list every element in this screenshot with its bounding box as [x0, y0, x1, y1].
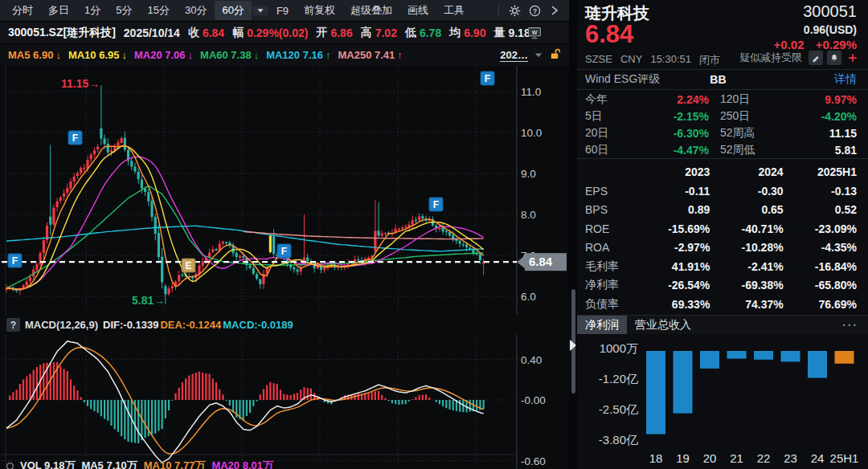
macd-dea-value: DEA:-0.1244: [160, 319, 221, 331]
esg-detail-link[interactable]: 详情: [834, 72, 857, 87]
toolbar-tab-多日[interactable]: 多日: [41, 1, 76, 20]
toolbar-tab-1分[interactable]: 1分: [77, 1, 108, 20]
macd-chart[interactable]: 0.40-0.00-0.60: [0, 335, 569, 469]
candle-body: [411, 220, 414, 224]
chevron-down-icon[interactable]: [534, 49, 543, 61]
candle-body: [158, 233, 160, 257]
metric-value: -0.11: [637, 185, 710, 198]
tab-营业总收入[interactable]: 营业总收入: [627, 316, 699, 334]
metric-value: -26.54%: [637, 279, 710, 292]
toolbar-tab-5分[interactable]: 5分: [108, 1, 139, 20]
net-profit-chart: 1000万-1.20亿-2.50亿-3.80亿1819202122232425H…: [577, 334, 868, 469]
ma-label: MA5 6.90: [8, 49, 53, 61]
candle-body: [222, 242, 224, 243]
tab-净利润[interactable]: 净利润: [577, 316, 627, 334]
volume-header-clipped: VOL 9.18万MA5 7.10万MA10 7.77万MA20 8.01万: [0, 457, 569, 469]
stock-terminal-window: 分时多日1分5分15分30分60分F9前复权超级叠加画线工具? 300051.S…: [0, 0, 868, 469]
ma-label: MA120 7.16: [266, 49, 323, 61]
performance-row: 5日-2.15%250日-4.20%: [585, 108, 857, 125]
field-label: 高: [361, 26, 372, 40]
event-badge-f[interactable]: F: [68, 131, 82, 145]
screenshot-icon[interactable]: w: [526, 26, 542, 43]
ma-settings-dropdown[interactable]: 202…: [500, 49, 528, 62]
candle-body: [421, 216, 424, 218]
financials-row: EPS-0.11-0.30-0.13: [585, 181, 857, 201]
ma-label: MA250 7.41: [338, 49, 395, 61]
toolbar-tab-分时[interactable]: 分时: [5, 1, 40, 20]
event-badge-f[interactable]: F: [8, 254, 22, 267]
kline-chart[interactable]: 6.07.08.09.010.011.06.8411.15→5.81→FFFEF…: [0, 66, 569, 315]
profit-bar-19: [674, 351, 693, 414]
help-icon[interactable]: ?: [6, 318, 20, 332]
financials-row: ROA-2.97%-10.28%-4.35%: [585, 239, 857, 258]
metric-value: -0.30: [710, 185, 783, 198]
perf-value: 11.15: [780, 127, 857, 140]
perf-label: 今年: [585, 92, 635, 107]
profit-x-label: 24: [811, 451, 825, 465]
macd-axis-label: 0.40: [521, 354, 542, 366]
year-column-header: 2023: [637, 165, 710, 178]
candle-body: [107, 144, 109, 153]
ma-label: MA20 7.06: [134, 49, 186, 61]
toolbar-tab-60分[interactable]: 60分: [215, 1, 251, 20]
toolbar-button-超级叠加[interactable]: 超级叠加: [343, 1, 399, 20]
candle-body: [69, 181, 72, 189]
metric-label: 毛利率: [585, 259, 637, 274]
ma-label: MA10 6.95: [68, 49, 120, 61]
toolbar-button-工具[interactable]: 工具: [436, 1, 472, 20]
candle-body: [269, 236, 272, 252]
vol-legend-item: MA10 7.77万: [144, 459, 206, 469]
toolbar-tab-15分[interactable]: 15分: [140, 1, 176, 20]
candle-body: [256, 274, 258, 279]
stock-code: 300051: [803, 2, 857, 21]
macd-svg[interactable]: 0.40-0.00-0.60: [0, 335, 569, 469]
more-options-icon[interactable]: ···: [842, 319, 868, 332]
financials-row: ROE-15.69%-40.71%-23.09%: [585, 219, 857, 239]
event-badge-f[interactable]: F: [481, 71, 494, 85]
candle-body: [171, 286, 174, 288]
candle-body: [215, 249, 217, 251]
candle-body: [252, 268, 255, 274]
metric-value: 76.69%: [784, 298, 857, 311]
kline-svg[interactable]: 6.07.08.09.010.011.06.8411.15→5.81→FFFEF…: [0, 66, 569, 315]
event-badge-f[interactable]: F: [277, 244, 291, 258]
indicator-dot-icon[interactable]: [6, 463, 14, 469]
metric-value: -4.35%: [784, 241, 857, 254]
chevron-right-icon[interactable]: [545, 2, 564, 18]
toolbar-button-画线[interactable]: 画线: [400, 1, 436, 20]
profit-x-label: 19: [676, 451, 690, 465]
add-to-watchlist-icon[interactable]: [845, 51, 860, 65]
toolbar-button-前复权[interactable]: 前复权: [297, 1, 342, 20]
field-label: 量: [493, 26, 505, 40]
event-badge-f[interactable]: F: [429, 198, 443, 211]
field-value: 0.29%(0.02): [247, 27, 308, 39]
metric-value: 0.65: [710, 203, 783, 216]
candle-body: [124, 138, 126, 150]
candle-body: [43, 240, 45, 253]
profit-x-label: 21: [730, 451, 743, 465]
toolbar-tab-30分[interactable]: 30分: [178, 1, 214, 20]
perf-label: 20日: [585, 126, 635, 141]
toolbar-button-F9[interactable]: F9: [269, 2, 296, 19]
profit-x-label: 23: [784, 451, 797, 465]
profit-x-label: 20: [703, 451, 717, 465]
market-status: 闭市: [699, 53, 720, 67]
metric-value: -23.09%: [784, 222, 857, 235]
unlock-icon[interactable]: [549, 47, 561, 63]
metric-label: 负债率: [585, 297, 637, 312]
macd-name[interactable]: MACD(12,26,9): [25, 319, 98, 331]
candle-body: [83, 168, 85, 169]
gear-icon[interactable]: [505, 2, 524, 18]
metric-value: -65.80%: [784, 279, 857, 292]
candle-body: [49, 217, 51, 225]
edit-icon[interactable]: [809, 51, 823, 65]
ma-trend-arrow: ↓: [188, 49, 194, 61]
period-dropdown-caret[interactable]: [252, 6, 268, 15]
alert-bell-icon[interactable]: [827, 51, 841, 65]
perf-label: 60日: [585, 143, 635, 157]
panel-expand-handle[interactable]: [569, 339, 577, 352]
help-icon[interactable]: ?: [525, 2, 544, 18]
event-badge-e[interactable]: E: [182, 259, 195, 272]
candle-body: [167, 288, 170, 294]
field-value: 7.02: [375, 27, 397, 39]
